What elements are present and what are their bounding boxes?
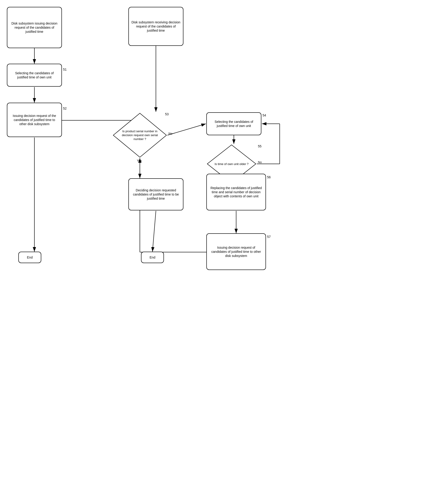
end-left-box: End (18, 252, 41, 263)
flowchart-diagram: Disk subsystem issuing decision request … (0, 0, 423, 504)
selecting-54-label: Selecting the candidates of justified ti… (209, 120, 259, 128)
end-center-label: End (150, 255, 155, 259)
replacing-56-box: Replacing the candidates of justified ti… (206, 174, 266, 210)
disk-receiving-label: Disk subsystem receiving decision reques… (131, 20, 181, 33)
serial-check-label: Is product serial number in decision req… (119, 130, 161, 141)
step-54-label: 54 (262, 114, 266, 117)
step-57-label: 57 (267, 235, 271, 239)
disk-issuing-box: Disk subsystem issuing decision request … (7, 7, 62, 48)
issuing-request-box: Issuing decision request of the candidat… (7, 103, 62, 137)
deciding-58-box: Deciding decision requested candidates o… (128, 178, 183, 210)
issuing-57-label: Issuing decision request of candidates o… (209, 246, 263, 258)
step-51-label: 51 (63, 68, 67, 71)
step-56-label: 56 (267, 175, 271, 179)
step-55-label: 55 (258, 144, 262, 148)
svg-line-7 (167, 124, 206, 135)
serial-check-diamond: Is product serial number in decision req… (112, 112, 167, 158)
step-52-label: 52 (63, 107, 67, 110)
deciding-58-label: Deciding decision requested candidates o… (131, 188, 181, 201)
time-check-label: Is time of own unit older ? (213, 162, 251, 166)
issuing-request-label: Issuing decision request of the candidat… (10, 114, 59, 126)
selecting-54-box: Selecting the candidates of justified ti… (206, 112, 261, 135)
selecting-own-label: Selecting the candidates of justified ti… (10, 71, 59, 79)
disk-issuing-label: Disk subsystem issuing decision request … (10, 21, 59, 34)
replacing-56-label: Replacing the candidates of justified ti… (209, 186, 263, 198)
yes-53-label: Yes (137, 159, 142, 162)
svg-line-16 (152, 211, 156, 252)
end-left-label: End (27, 255, 33, 259)
selecting-own-box: Selecting the candidates of justified ti… (7, 64, 62, 87)
end-center-box: End (141, 252, 164, 263)
issuing-57-box: Issuing decision request of candidates o… (206, 233, 266, 270)
no-55-label: No (258, 160, 262, 164)
disk-receiving-box: Disk subsystem receiving decision reques… (128, 7, 183, 46)
no-53-label: No (169, 132, 172, 135)
